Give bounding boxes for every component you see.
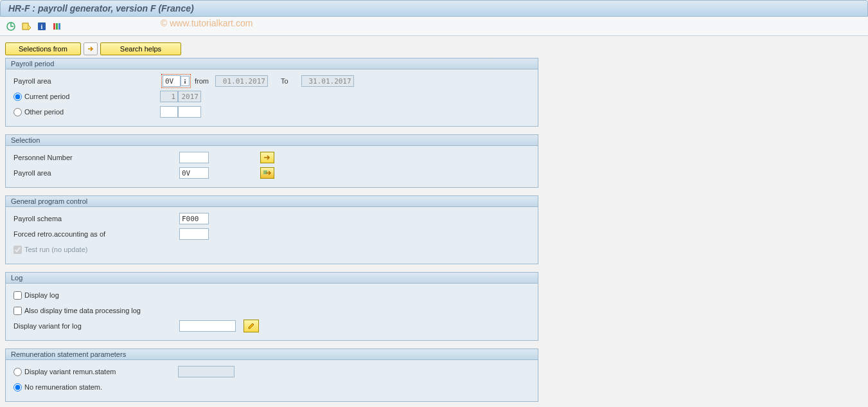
svg-rect-4	[53, 23, 55, 30]
app-toolbar: i © www.tutorialkart.com	[0, 17, 868, 36]
search-helps-button[interactable]: Search helps	[100, 42, 181, 55]
to-label: To	[281, 77, 288, 85]
panel-selection: Selection Personnel Number Payroll area	[5, 134, 538, 188]
display-log-checkbox[interactable]	[13, 291, 22, 300]
arrow-right-button[interactable]	[84, 42, 98, 55]
also-display-label: Also display time data processing log	[24, 307, 141, 314]
test-run-label: Test run (no update)	[24, 246, 87, 253]
current-period-year-input	[178, 91, 201, 102]
display-variant-remun-input	[178, 366, 235, 377]
other-period-radio[interactable]	[13, 108, 22, 116]
personnel-number-label: Personnel Number	[13, 154, 179, 161]
payroll-schema-label: Payroll schema	[13, 215, 179, 222]
payroll-area-label: Payroll area	[13, 77, 161, 85]
panel-payroll-period: Payroll period Payroll area from To Curr…	[5, 58, 538, 127]
other-period-num-input[interactable]	[160, 106, 178, 118]
display-variant-remun-radio[interactable]	[13, 368, 22, 376]
panel-header: Payroll period	[6, 59, 538, 69]
other-period-label: Other period	[24, 108, 64, 116]
variant-icon[interactable]	[21, 21, 32, 32]
no-remun-radio[interactable]	[13, 383, 22, 392]
svg-text:i: i	[41, 23, 43, 30]
page-title: HR-F : payroll generator, version F (Fra…	[8, 3, 194, 14]
panel-header: General program control	[6, 196, 538, 207]
from-label: from	[195, 77, 209, 85]
multiple-selection-icon[interactable]	[260, 167, 274, 179]
selections-from-button[interactable]: Selections from	[5, 42, 81, 55]
to-date-input	[301, 75, 354, 87]
panel-general: General program control Payroll schema F…	[5, 195, 538, 264]
content-area: Selections from Search helps Payroll per…	[0, 36, 868, 407]
svg-rect-1	[22, 23, 28, 30]
from-date-input	[215, 75, 268, 87]
payroll-schema-input[interactable]	[179, 213, 209, 224]
svg-rect-5	[56, 23, 58, 30]
list-icon[interactable]	[51, 21, 63, 32]
log-variant-label: Display variant for log	[13, 322, 179, 330]
test-run-checkbox	[13, 246, 22, 254]
display-log-label: Display log	[24, 291, 59, 299]
svg-point-8	[184, 79, 186, 80]
forced-retro-label: Forced retro.accounting as of	[13, 230, 179, 238]
watermark: © www.tutorialkart.com	[161, 18, 252, 28]
current-period-radio[interactable]	[13, 93, 22, 101]
info-icon[interactable]: i	[36, 21, 48, 32]
edit-icon[interactable]	[244, 320, 259, 332]
panel-log: Log Display log Also display time data p…	[5, 272, 538, 341]
no-remun-label: No remuneration statem.	[24, 383, 102, 391]
payroll-area-sel-input[interactable]	[179, 167, 209, 179]
personnel-number-input[interactable]	[179, 152, 209, 163]
svg-rect-6	[58, 23, 60, 30]
other-period-year-input[interactable]	[178, 106, 201, 118]
execute-icon[interactable]	[5, 21, 17, 32]
action-button-row: Selections from Search helps	[5, 42, 863, 55]
payroll-area-input[interactable]	[163, 75, 181, 87]
forced-retro-input[interactable]	[179, 228, 209, 240]
display-variant-remun-label: Display variant remun.statem	[24, 368, 116, 375]
current-period-num-input	[160, 91, 178, 102]
f4-help-icon[interactable]	[181, 76, 190, 86]
svg-rect-9	[184, 81, 186, 84]
payroll-area-sel-label: Payroll area	[13, 169, 179, 177]
multiple-selection-icon[interactable]	[260, 152, 274, 163]
svg-rect-10	[263, 170, 267, 174]
panel-header: Remuneration statement parameters	[6, 349, 538, 360]
also-display-checkbox[interactable]	[13, 307, 22, 315]
panel-header: Log	[6, 273, 538, 284]
panel-remuneration: Remuneration statement parameters Displa…	[5, 348, 538, 402]
payroll-area-input-wrap	[161, 74, 191, 88]
current-period-label: Current period	[24, 93, 69, 100]
page-title-bar: HR-F : payroll generator, version F (Fra…	[0, 0, 868, 17]
log-variant-input[interactable]	[179, 320, 236, 332]
panel-header: Selection	[6, 135, 538, 146]
